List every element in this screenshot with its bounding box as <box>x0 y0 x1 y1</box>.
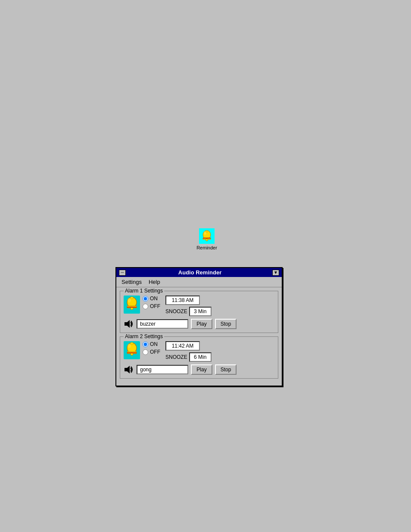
alarm2-speaker-icon <box>124 365 134 374</box>
bell-icon <box>200 230 213 243</box>
alarm2-off-radio[interactable] <box>143 349 148 355</box>
system-menu-button[interactable]: ─ <box>119 270 126 276</box>
alarm1-play-button[interactable]: Play <box>191 319 212 329</box>
alarm1-on-radio-label[interactable]: ON <box>143 296 160 302</box>
alarm1-bell-svg <box>124 296 140 314</box>
alarm1-time-col: 11:38 AM SNOOZE 3 Min <box>165 296 212 316</box>
alarm2-radio-col: ON OFF <box>143 341 160 357</box>
alarm2-time-col: 11:42 AM SNOOZE 6 Min <box>165 341 212 362</box>
alarm2-off-radio-label[interactable]: OFF <box>143 349 160 355</box>
audio-reminder-window: ─ Audio Reminder ▼ Settings Help Alarm 1… <box>115 267 283 386</box>
alarm1-on-radio[interactable] <box>143 296 148 302</box>
svg-point-9 <box>128 298 131 302</box>
alarm1-sound-row: Play Stop <box>124 319 274 329</box>
svg-rect-11 <box>131 297 133 299</box>
svg-rect-20 <box>127 352 137 353</box>
alarm2-on-radio-label[interactable]: ON <box>143 341 160 347</box>
alarm1-legend: Alarm 1 Settings <box>124 288 164 294</box>
title-bar: ─ Audio Reminder ▼ <box>116 268 282 277</box>
alarm2-off-label: OFF <box>150 349 160 355</box>
alarm2-sound-input[interactable] <box>137 365 188 374</box>
window-title: Audio Reminder <box>128 269 272 276</box>
reminder-desktop-icon[interactable]: Reminder <box>194 228 220 250</box>
alarm1-on-label: ON <box>150 296 158 302</box>
alarm2-legend: Alarm 2 Settings <box>124 333 164 339</box>
window-content: Alarm 1 Settings <box>116 287 282 386</box>
alarm2-bell-svg <box>124 341 140 359</box>
svg-rect-5 <box>203 238 211 239</box>
svg-rect-19 <box>131 342 133 345</box>
alarm1-snooze-label: SNOOZE <box>165 308 187 314</box>
alarm2-snooze-label: SNOOZE <box>165 354 187 360</box>
alarm2-top-row: ON OFF 11:42 AM SNOOZE 6 Min <box>124 341 274 362</box>
alarm1-off-label: OFF <box>150 303 160 309</box>
alarm2-stop-button[interactable]: Stop <box>215 364 237 375</box>
alarm1-off-radio[interactable] <box>143 304 148 309</box>
alarm1-speaker-icon <box>124 320 134 328</box>
alarm2-snooze-row: SNOOZE 6 Min <box>165 352 212 362</box>
alarm1-bell-icon <box>124 296 140 314</box>
alarm1-off-radio-label[interactable]: OFF <box>143 303 160 309</box>
menu-settings[interactable]: Settings <box>118 278 145 286</box>
desktop-icon-label: Reminder <box>196 245 217 250</box>
alarm2-group: Alarm 2 Settings <box>120 336 278 379</box>
alarm2-time[interactable]: 11:42 AM <box>165 341 200 351</box>
alarm1-time[interactable]: 11:38 AM <box>165 296 200 305</box>
svg-point-3 <box>206 239 208 241</box>
alarm2-on-radio[interactable] <box>143 342 148 347</box>
alarm1-snooze-val[interactable]: 3 Min <box>189 307 212 316</box>
alarm2-play-button[interactable]: Play <box>191 364 212 375</box>
alarm2-bell-icon <box>124 341 140 359</box>
menu-help[interactable]: Help <box>145 278 164 286</box>
alarm2-sound-row: Play Stop <box>124 364 274 375</box>
svg-marker-21 <box>125 366 130 373</box>
svg-point-17 <box>128 344 131 348</box>
maximize-button[interactable]: ▼ <box>272 270 279 276</box>
alarm1-sound-input[interactable] <box>137 319 188 329</box>
svg-rect-12 <box>127 307 137 308</box>
svg-rect-4 <box>206 230 208 232</box>
alarm1-group: Alarm 1 Settings <box>120 291 278 333</box>
reminder-icon-image <box>199 228 215 244</box>
menu-bar: Settings Help <box>116 277 282 287</box>
alarm2-on-label: ON <box>150 341 158 347</box>
alarm1-snooze-row: SNOOZE 3 Min <box>165 307 212 316</box>
alarm1-stop-button[interactable]: Stop <box>215 319 237 329</box>
alarm1-top-row: ON OFF 11:38 AM SNOOZE 3 Min <box>124 296 274 316</box>
alarm1-radio-col: ON OFF <box>143 296 160 311</box>
svg-marker-13 <box>125 320 130 328</box>
alarm2-snooze-val[interactable]: 6 Min <box>189 352 212 362</box>
